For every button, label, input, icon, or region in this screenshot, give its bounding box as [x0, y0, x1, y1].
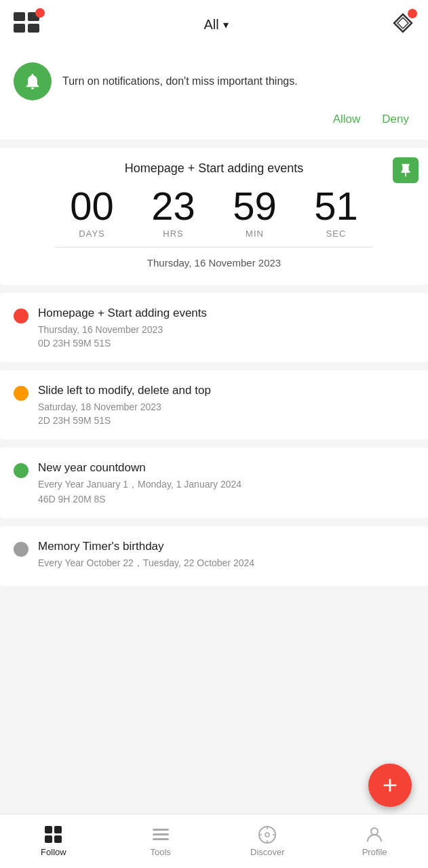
notification-icon [14, 62, 52, 100]
svg-rect-8 [153, 829, 169, 831]
event-title: Homepage + Start adding events [38, 307, 414, 320]
event-date: Thursday, 16 November 2023 [38, 324, 414, 335]
event-dot [14, 309, 28, 323]
event-title: Slide left to modify, delete and top [38, 384, 414, 397]
svg-rect-3 [28, 24, 39, 33]
diamond-button[interactable] [391, 12, 414, 37]
timer-sec: 51 SEC [296, 186, 377, 239]
event-countdown: 46D 9H 20M 8S [38, 494, 414, 505]
timer-card-title: Homepage + Start adding events [16, 161, 412, 176]
nav-tools-label: Tools [150, 847, 170, 857]
notification-text: Turn on notifications, don't miss import… [62, 74, 298, 89]
chevron-down-icon: ▾ [223, 18, 229, 31]
event-card[interactable]: Homepage + Start adding events Thursday,… [0, 293, 428, 362]
timer-min: 59 MIN [214, 186, 296, 239]
event-dot [14, 542, 28, 557]
svg-rect-0 [14, 12, 25, 21]
svg-point-17 [371, 828, 378, 835]
event-countdown: 2D 23H 59M 51S [38, 415, 414, 426]
svg-rect-2 [14, 24, 25, 33]
grid-notification-badge [35, 8, 45, 18]
svg-rect-4 [45, 826, 52, 833]
svg-point-12 [265, 833, 269, 837]
timer-display: 00 DAYS 23 HRS 59 MIN 51 SEC [16, 186, 412, 239]
event-title: New year countdown [38, 461, 414, 475]
event-date: Every Year January 1，Monday, 1 January 2… [38, 479, 414, 491]
header: All ▾ [0, 0, 428, 49]
timer-card: Homepage + Start adding events 00 DAYS 2… [0, 148, 428, 285]
filter-dropdown[interactable]: All ▾ [203, 17, 228, 33]
events-list: Homepage + Start adding events Thursday,… [0, 293, 428, 586]
timer-date: Thursday, 16 November 2023 [16, 257, 412, 269]
nav-profile[interactable]: Profile [334, 825, 415, 857]
nav-profile-label: Profile [362, 847, 387, 857]
nav-follow-label: Follow [41, 847, 66, 857]
nav-tools[interactable]: Tools [120, 825, 201, 857]
event-card[interactable]: Memory Timer's birthday Every Year Octob… [0, 526, 428, 586]
event-info: New year countdown Every Year January 1，… [38, 461, 414, 505]
timer-hrs: 23 HRS [133, 186, 214, 239]
event-date: Saturday, 18 November 2023 [38, 401, 414, 412]
nav-discover[interactable]: Discover [227, 825, 308, 857]
svg-rect-7 [54, 835, 62, 843]
event-card[interactable]: New year countdown Every Year January 1，… [0, 448, 428, 518]
event-title: Memory Timer's birthday [38, 540, 414, 553]
bottom-navigation: Follow Tools Discover Profile [0, 814, 428, 868]
add-event-fab[interactable] [368, 764, 412, 807]
svg-rect-9 [153, 833, 169, 835]
event-info: Memory Timer's birthday Every Year Octob… [38, 540, 414, 572]
notification-banner: Turn on notifications, don't miss import… [0, 49, 428, 107]
filter-label: All [203, 17, 218, 33]
event-info: Slide left to modify, delete and top Sat… [38, 384, 414, 426]
nav-follow[interactable]: Follow [13, 825, 94, 857]
notification-actions: Allow Deny [0, 107, 428, 140]
event-dot [14, 386, 28, 401]
event-countdown: 0D 23H 59M 51S [38, 338, 414, 349]
nav-discover-label: Discover [250, 847, 285, 857]
deny-button[interactable]: Deny [382, 113, 409, 126]
event-info: Homepage + Start adding events Thursday,… [38, 307, 414, 349]
svg-rect-10 [153, 838, 169, 840]
diamond-notification-badge [408, 9, 417, 18]
timer-divider [56, 247, 372, 248]
header-grid-button[interactable] [14, 12, 41, 37]
pin-button[interactable] [393, 157, 419, 183]
event-date: Every Year October 22，Tuesday, 22 Octobe… [38, 557, 414, 570]
allow-button[interactable]: Allow [333, 113, 361, 126]
timer-days: 00 DAYS [52, 186, 133, 239]
event-dot [14, 463, 28, 478]
svg-rect-5 [54, 826, 62, 833]
event-card[interactable]: Slide left to modify, delete and top Sat… [0, 370, 428, 439]
svg-rect-6 [45, 835, 52, 843]
